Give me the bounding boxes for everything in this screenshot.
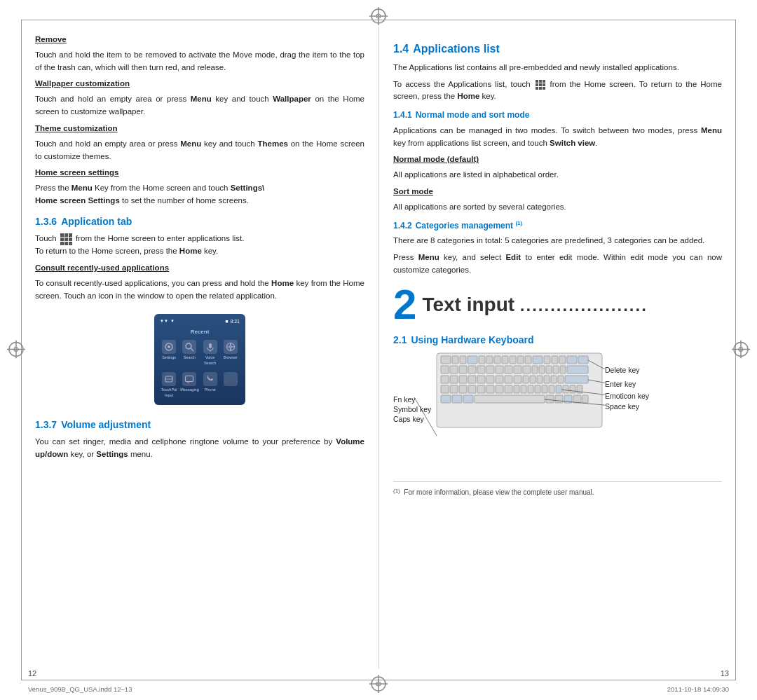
- crosshair-right-icon: [732, 340, 750, 360]
- theme-text: Touch and hold an empty area or press Me…: [35, 138, 364, 163]
- app-empty-icon: [224, 372, 238, 386]
- svg-rect-38: [525, 356, 531, 364]
- svg-rect-102: [573, 395, 581, 403]
- sec21-heading: 2.1 Using Hardware Keyboard: [393, 333, 722, 348]
- svg-rect-72: [537, 376, 543, 383]
- phone-time: 8:21: [230, 318, 240, 326]
- app-voicesearch-icon: [203, 340, 217, 354]
- svg-rect-67: [496, 376, 503, 383]
- sec136-title: Application tab: [61, 214, 132, 230]
- svg-rect-94: [577, 385, 582, 393]
- svg-rect-70: [523, 376, 528, 383]
- app-settings: Settings: [160, 340, 178, 366]
- chapter-dots: .....................: [520, 296, 648, 315]
- consult-text: To consult recently-used applications, y…: [35, 277, 364, 303]
- crosshair-left-icon: [7, 340, 25, 360]
- page-num-right: 13: [721, 669, 729, 678]
- caps-key-text: Caps key: [393, 415, 424, 423]
- svg-rect-85: [514, 385, 519, 393]
- sec137-title: Volume adjustment: [61, 418, 151, 433]
- svg-line-19: [191, 348, 193, 351]
- footnote-sup: (1): [393, 489, 402, 497]
- sec14-title: Applications list: [413, 41, 500, 58]
- left-column: Remove Touch and hold the item to be rem…: [27, 27, 378, 668]
- svg-rect-96: [452, 395, 462, 403]
- sec136-heading: 1.3.6 Application tab: [35, 214, 364, 230]
- sec14-heading: 1.4 Applications list: [393, 41, 722, 58]
- svg-rect-54: [523, 366, 531, 373]
- svg-rect-91: [556, 385, 561, 393]
- app-search-label: Search: [184, 355, 196, 361]
- svg-rect-63: [459, 376, 467, 383]
- svg-rect-64: [468, 376, 476, 383]
- sec142-text2: Press Menu key, and select Edit to enter…: [393, 252, 722, 277]
- svg-rect-42: [559, 356, 566, 364]
- app-voicesearch-label: Voice Search: [201, 355, 219, 366]
- svg-rect-82: [486, 385, 494, 393]
- space-key-text: Space key: [605, 402, 639, 411]
- svg-rect-40: [544, 356, 550, 364]
- app-phone-label: Phone: [205, 387, 216, 393]
- svg-rect-101: [564, 395, 572, 403]
- content-wrapper: Remove Touch and hold the item to be rem…: [27, 27, 730, 668]
- homescreen-text: Press the Menu Key from the Home screen …: [35, 182, 364, 207]
- svg-rect-47: [459, 366, 467, 373]
- svg-rect-58: [553, 366, 559, 373]
- svg-rect-90: [549, 385, 554, 393]
- app-browser-label: Browser: [224, 355, 238, 361]
- svg-rect-76: [565, 376, 588, 383]
- svg-rect-36: [510, 356, 516, 364]
- svg-rect-52: [505, 366, 512, 373]
- app-touchpal: TouchPal Input: [160, 372, 178, 399]
- sec137-text: You can set ringer, media and cellphone …: [35, 436, 364, 461]
- phone-apps-grid-2: TouchPal Input Messaging P: [157, 371, 243, 400]
- app-voicesearch: Voice Search: [201, 340, 219, 366]
- normal-mode-heading: Normal mode (default): [393, 153, 722, 166]
- sec14-text: The Applications list contains all pre-e…: [393, 62, 722, 74]
- app-search: Search: [180, 340, 198, 366]
- svg-rect-99: [546, 395, 554, 403]
- enter-key-label: Enter key: [605, 378, 636, 391]
- sec142-sup: (1): [515, 220, 522, 226]
- sec141-title: Normal mode and sort mode: [416, 109, 530, 122]
- right-column: 1.4 Applications list The Applications l…: [378, 27, 730, 668]
- sec141-text: Applications can be managed in two modes…: [393, 125, 722, 150]
- symbol-key-text: Symbol key: [393, 405, 431, 413]
- svg-rect-61: [441, 376, 449, 383]
- svg-rect-78: [450, 385, 458, 393]
- fn-key-text: Fn key: [393, 395, 416, 404]
- app-settings-icon: [162, 340, 176, 354]
- svg-rect-81: [477, 385, 485, 393]
- phone-screen: ▼▼ ▼ ■ 8:21 Recent: [154, 314, 245, 405]
- svg-rect-53: [514, 366, 521, 373]
- app-empty: [221, 372, 240, 399]
- svg-rect-73: [544, 376, 550, 383]
- svg-rect-62: [450, 376, 458, 383]
- sec136-text: Touch from the Home screen to enter appl…: [35, 233, 364, 258]
- svg-rect-32: [479, 356, 485, 364]
- svg-rect-44: [578, 356, 588, 364]
- app-settings-label: Settings: [162, 355, 176, 361]
- footnote: (1) For more information, please view th…: [393, 481, 722, 498]
- sec142-title: Categories management (1): [416, 219, 523, 233]
- svg-rect-98: [475, 395, 545, 403]
- svg-rect-84: [505, 385, 512, 393]
- sec137-heading: 1.3.7 Volume adjustment: [35, 418, 364, 433]
- chapter-title: Text input .....................: [422, 289, 648, 320]
- svg-rect-80: [468, 385, 476, 393]
- sec142-heading: 1.4.2 Categories management (1): [393, 219, 722, 233]
- caps-key-label: Caps key: [393, 413, 424, 426]
- svg-rect-49: [477, 366, 485, 373]
- svg-point-18: [186, 343, 191, 349]
- enter-key-text: Enter key: [605, 380, 636, 388]
- svg-rect-65: [477, 376, 485, 383]
- consult-heading: Consult recently-used applications: [35, 262, 364, 275]
- svg-rect-83: [496, 385, 503, 393]
- svg-rect-88: [535, 385, 540, 393]
- footer-file-info: Venus_909B_QG_USA.indd 12–13: [28, 685, 132, 693]
- svg-rect-50: [486, 366, 494, 373]
- svg-rect-92: [563, 385, 568, 393]
- space-key-label: Space key: [605, 401, 639, 413]
- app-touchpal-icon: [162, 372, 176, 386]
- kb-diagram-area: Delete key Enter key Emoticon key Space …: [393, 352, 722, 474]
